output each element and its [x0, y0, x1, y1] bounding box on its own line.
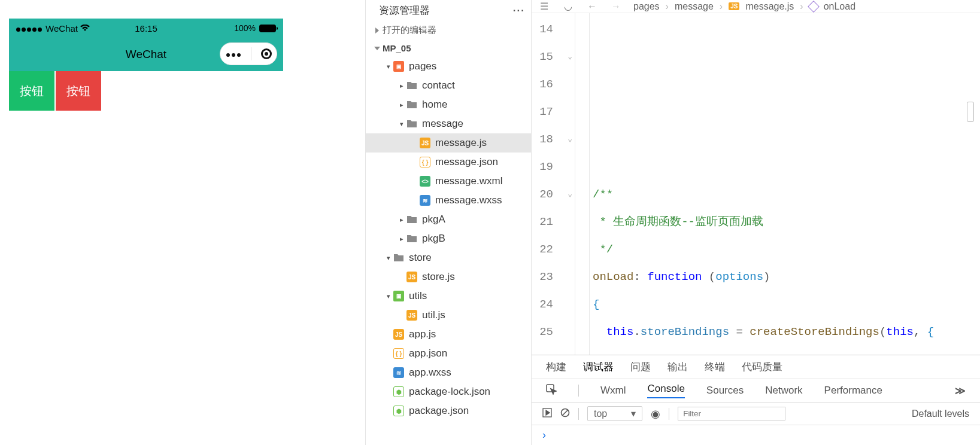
fold-column[interactable]: ⌄⌄⌄	[558, 13, 575, 355]
play-icon[interactable]	[542, 408, 552, 420]
tree-node[interactable]: ≋message.wxss	[366, 191, 531, 210]
sim-button[interactable]: 按钮	[56, 71, 101, 111]
levels-selector[interactable]: Default levels	[912, 409, 969, 419]
chevron-right-icon[interactable]: ▸	[398, 101, 405, 109]
chevron-down-icon[interactable]: ▾	[385, 254, 392, 262]
chevron-down-icon[interactable]: ▾	[385, 63, 392, 71]
console-toolbar: top ▾ ◉ Default levels	[532, 403, 980, 425]
devtools-tab[interactable]: Performance	[824, 385, 882, 397]
chevron-down-icon[interactable]: ▾	[385, 292, 392, 300]
tree-label: store	[409, 252, 432, 264]
wxss-file-icon: ≋	[393, 367, 404, 378]
tree-label: utils	[409, 290, 427, 302]
tree-node[interactable]: ▾store	[366, 248, 531, 267]
line-number: 15	[532, 43, 553, 71]
json-file-icon: { }	[393, 348, 404, 359]
code-line[interactable]: {	[593, 291, 980, 318]
breadcrumb[interactable]: pages› message› JS message.js› onLoad	[633, 1, 855, 12]
fold-toggle-icon[interactable]: ⌄	[558, 126, 575, 153]
status-bar: WeChat 16:15 100%	[9, 19, 283, 38]
capsule-button[interactable]	[220, 42, 277, 65]
code-line[interactable]: store,	[593, 346, 980, 355]
fold-toggle-icon[interactable]: ⌄	[558, 181, 575, 208]
open-editors-section[interactable]: 打开的编辑器	[366, 21, 531, 39]
code-line[interactable]: * 生命周期函数--监听页面加载	[593, 208, 980, 236]
forward-icon[interactable]: →	[609, 1, 623, 12]
tree-label: package-lock.json	[409, 386, 490, 398]
folder-icon	[406, 99, 417, 110]
panel-tab[interactable]: 构建	[546, 360, 566, 374]
tree-node[interactable]: ▾▣utils	[366, 286, 531, 306]
sim-button[interactable]: 按钮	[9, 71, 54, 111]
chevron-down-icon: ▾	[631, 408, 636, 419]
code-body[interactable]: /** * 生命周期函数--监听页面加载 */onLoad: function …	[575, 13, 980, 355]
filter-input[interactable]	[678, 407, 785, 420]
tree-node[interactable]: ⬢package.json	[366, 401, 531, 420]
line-number: 21	[532, 208, 553, 236]
devtools-tab[interactable]: Console	[647, 383, 684, 398]
folder-icon	[406, 233, 417, 244]
bookmark-icon[interactable]: ◡	[562, 1, 575, 12]
code-editor[interactable]: 141516171819202122232425 ⌄⌄⌄ /** * 生命周期函…	[532, 13, 980, 355]
tree-node[interactable]: JSmessage.js	[366, 133, 531, 153]
code-line[interactable]	[593, 153, 980, 181]
page-body: 按钮按钮	[9, 71, 283, 111]
tree-node[interactable]: ⬢package-lock.json	[366, 382, 531, 401]
code-line[interactable]: this.storeBindings = createStoreBindings…	[593, 318, 980, 346]
panel-tab[interactable]: 终端	[705, 360, 725, 374]
tree-node[interactable]: ▸contact	[366, 76, 531, 95]
devtools-tab[interactable]: Sources	[706, 385, 744, 397]
tree-node[interactable]: JSutil.js	[366, 306, 531, 325]
devtools-tab[interactable]: Wxml	[600, 385, 626, 397]
panel-tab[interactable]: 问题	[630, 360, 651, 374]
console-body[interactable]: ›	[532, 425, 980, 445]
list-icon[interactable]: ☰	[538, 1, 551, 12]
devtools-tab[interactable]: Network	[765, 385, 802, 397]
editor-pane: ☰ ◡ ← → pages› message› JS message.js› o…	[532, 0, 980, 445]
project-root[interactable]: MP_05	[366, 39, 531, 57]
chevron-right-icon[interactable]: ▸	[398, 235, 405, 243]
chevron-right-icon[interactable]: ▸	[398, 216, 405, 224]
tree-node[interactable]: ≋app.wxss	[366, 363, 531, 382]
tree-node[interactable]: <>message.wxml	[366, 172, 531, 191]
context-selector[interactable]: top ▾	[587, 406, 642, 421]
js-file-icon: JS	[406, 272, 417, 282]
file-tree: ▾▣pages▸contact▸home▾messageJSmessage.js…	[366, 57, 531, 445]
menu-dots-icon[interactable]	[225, 49, 241, 59]
tree-label: util.js	[422, 309, 445, 321]
code-line[interactable]: onLoad: function (options)	[593, 263, 980, 291]
close-target-icon[interactable]	[261, 48, 272, 59]
more-tabs-icon[interactable]: ≫	[955, 385, 966, 397]
tree-node[interactable]: { }app.json	[366, 344, 531, 363]
nav-title: WeChat	[126, 48, 166, 61]
panel-tab[interactable]: 代码质量	[742, 360, 782, 374]
tree-node[interactable]: ▸home	[366, 95, 531, 114]
line-number: 14	[532, 16, 553, 43]
panel-tab[interactable]: 输出	[668, 360, 688, 374]
tree-node[interactable]: { }message.json	[366, 153, 531, 172]
back-icon[interactable]: ←	[585, 1, 599, 12]
tree-label: app.json	[409, 348, 447, 359]
fold-toggle-icon[interactable]: ⌄	[558, 43, 575, 71]
chevron-down-icon[interactable]: ▾	[398, 120, 405, 128]
panel-tab[interactable]: 调试器	[583, 360, 614, 374]
tree-node[interactable]: ▸pkgB	[366, 229, 531, 248]
node-file-icon: ⬢	[393, 386, 404, 397]
line-gutter: 141516171819202122232425	[532, 13, 558, 355]
eye-icon[interactable]: ◉	[651, 407, 660, 420]
tree-node[interactable]: JSstore.js	[366, 267, 531, 286]
tree-node[interactable]: ▾▣pages	[366, 57, 531, 76]
prompt-icon: ›	[542, 429, 546, 441]
code-line[interactable]: /**	[593, 181, 980, 208]
folder-icon	[406, 80, 417, 91]
node-file-icon: ⬢	[393, 406, 404, 416]
tree-node[interactable]: ▸pkgA	[366, 210, 531, 229]
more-icon[interactable]: ···	[513, 5, 525, 17]
statusbar-time: 16:15	[135, 23, 157, 33]
code-line[interactable]: */	[593, 236, 980, 263]
chevron-right-icon[interactable]: ▸	[398, 82, 405, 90]
element-picker-icon[interactable]	[546, 384, 557, 398]
tree-node[interactable]: ▾message	[366, 114, 531, 133]
tree-node[interactable]: JSapp.js	[366, 325, 531, 344]
clear-console-icon[interactable]	[560, 408, 570, 420]
